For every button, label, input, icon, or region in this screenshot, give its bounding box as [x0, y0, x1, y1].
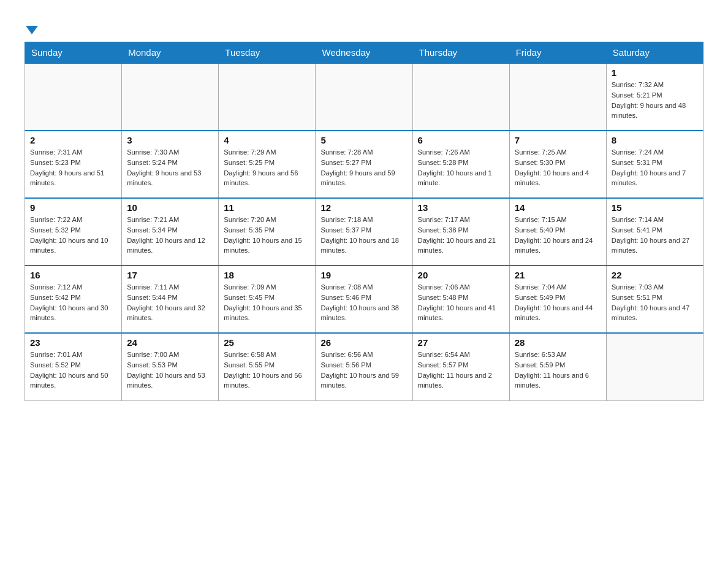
day-number: 27 [418, 337, 504, 348]
day-info: Sunrise: 7:31 AM Sunset: 5:23 PM Dayligh… [30, 147, 116, 188]
day-info: Sunrise: 7:06 AM Sunset: 5:48 PM Dayligh… [418, 282, 504, 323]
day-info: Sunrise: 6:56 AM Sunset: 5:56 PM Dayligh… [320, 350, 407, 391]
logo-top [25, 18, 38, 36]
calendar-cell: 23Sunrise: 7:01 AM Sunset: 5:52 PM Dayli… [25, 333, 122, 400]
day-number: 3 [127, 135, 213, 145]
calendar-cell: 25Sunrise: 6:58 AM Sunset: 5:55 PM Dayli… [219, 333, 316, 400]
calendar-cell: 28Sunrise: 6:53 AM Sunset: 5:59 PM Dayli… [509, 333, 606, 400]
day-number: 12 [320, 202, 407, 213]
day-number: 23 [30, 337, 116, 348]
day-info: Sunrise: 7:25 AM Sunset: 5:30 PM Dayligh… [515, 147, 601, 188]
weekday-header-monday: Monday [122, 42, 219, 64]
calendar-cell: 15Sunrise: 7:14 AM Sunset: 5:41 PM Dayli… [606, 198, 703, 266]
calendar-cell: 27Sunrise: 6:54 AM Sunset: 5:57 PM Dayli… [412, 333, 509, 400]
calendar-cell: 9Sunrise: 7:22 AM Sunset: 5:32 PM Daylig… [25, 198, 122, 266]
day-info: Sunrise: 7:17 AM Sunset: 5:38 PM Dayligh… [418, 215, 504, 256]
weekday-header-saturday: Saturday [606, 42, 703, 64]
calendar-cell: 21Sunrise: 7:04 AM Sunset: 5:49 PM Dayli… [509, 266, 606, 333]
calendar-cell [606, 333, 703, 400]
weekday-header-sunday: Sunday [25, 42, 122, 64]
day-info: Sunrise: 6:58 AM Sunset: 5:55 PM Dayligh… [224, 350, 310, 391]
calendar-cell: 18Sunrise: 7:09 AM Sunset: 5:45 PM Dayli… [219, 266, 316, 333]
day-number: 24 [127, 337, 213, 348]
calendar-cell: 4Sunrise: 7:29 AM Sunset: 5:25 PM Daylig… [219, 131, 316, 198]
day-number: 21 [515, 270, 601, 280]
calendar-cell: 24Sunrise: 7:00 AM Sunset: 5:53 PM Dayli… [122, 333, 219, 400]
day-number: 5 [320, 135, 407, 145]
day-info: Sunrise: 7:09 AM Sunset: 5:45 PM Dayligh… [224, 282, 310, 323]
day-number: 9 [30, 202, 116, 213]
day-info: Sunrise: 7:15 AM Sunset: 5:40 PM Dayligh… [515, 215, 601, 256]
calendar-cell: 19Sunrise: 7:08 AM Sunset: 5:46 PM Dayli… [316, 266, 412, 333]
week-row-3: 9Sunrise: 7:22 AM Sunset: 5:32 PM Daylig… [25, 198, 703, 266]
calendar-cell [316, 63, 412, 131]
day-number: 8 [612, 135, 698, 145]
weekday-header-row: SundayMondayTuesdayWednesdayThursdayFrid… [25, 42, 703, 64]
day-number: 22 [612, 270, 698, 280]
day-info: Sunrise: 7:04 AM Sunset: 5:49 PM Dayligh… [515, 282, 601, 323]
weekday-header-tuesday: Tuesday [219, 42, 316, 64]
calendar-cell: 2Sunrise: 7:31 AM Sunset: 5:23 PM Daylig… [25, 131, 122, 198]
day-info: Sunrise: 7:03 AM Sunset: 5:51 PM Dayligh… [612, 282, 698, 323]
week-row-4: 16Sunrise: 7:12 AM Sunset: 5:42 PM Dayli… [25, 266, 703, 333]
day-info: Sunrise: 6:53 AM Sunset: 5:59 PM Dayligh… [515, 350, 601, 391]
day-number: 20 [418, 270, 504, 280]
day-number: 4 [224, 135, 310, 145]
day-info: Sunrise: 7:18 AM Sunset: 5:37 PM Dayligh… [320, 215, 407, 256]
weekday-header-friday: Friday [509, 42, 606, 64]
day-info: Sunrise: 7:21 AM Sunset: 5:34 PM Dayligh… [127, 215, 213, 256]
day-number: 7 [515, 135, 601, 145]
calendar-cell: 16Sunrise: 7:12 AM Sunset: 5:42 PM Dayli… [25, 266, 122, 333]
calendar-cell [219, 63, 316, 131]
calendar-cell [509, 63, 606, 131]
day-number: 28 [515, 337, 601, 348]
weekday-header-thursday: Thursday [412, 42, 509, 64]
calendar-cell: 5Sunrise: 7:28 AM Sunset: 5:27 PM Daylig… [316, 131, 412, 198]
day-number: 16 [30, 270, 116, 280]
calendar-cell: 20Sunrise: 7:06 AM Sunset: 5:48 PM Dayli… [412, 266, 509, 333]
calendar-cell: 11Sunrise: 7:20 AM Sunset: 5:35 PM Dayli… [219, 198, 316, 266]
day-number: 6 [418, 135, 504, 145]
calendar-cell: 1Sunrise: 7:32 AM Sunset: 5:21 PM Daylig… [606, 63, 703, 131]
calendar-cell: 14Sunrise: 7:15 AM Sunset: 5:40 PM Dayli… [509, 198, 606, 266]
calendar-cell: 26Sunrise: 6:56 AM Sunset: 5:56 PM Dayli… [316, 333, 412, 400]
calendar-cell: 22Sunrise: 7:03 AM Sunset: 5:51 PM Dayli… [606, 266, 703, 333]
page-header [25, 18, 703, 36]
day-number: 19 [320, 270, 407, 280]
day-info: Sunrise: 7:28 AM Sunset: 5:27 PM Dayligh… [320, 147, 407, 188]
day-info: Sunrise: 7:01 AM Sunset: 5:52 PM Dayligh… [30, 350, 116, 391]
calendar-cell: 12Sunrise: 7:18 AM Sunset: 5:37 PM Dayli… [316, 198, 412, 266]
day-number: 11 [224, 202, 310, 213]
day-info: Sunrise: 7:24 AM Sunset: 5:31 PM Dayligh… [612, 147, 698, 188]
week-row-5: 23Sunrise: 7:01 AM Sunset: 5:52 PM Dayli… [25, 333, 703, 400]
logo [25, 18, 38, 36]
weekday-header-wednesday: Wednesday [316, 42, 412, 64]
day-info: Sunrise: 7:14 AM Sunset: 5:41 PM Dayligh… [612, 215, 698, 256]
day-number: 17 [127, 270, 213, 280]
day-number: 15 [612, 202, 698, 213]
calendar-cell: 13Sunrise: 7:17 AM Sunset: 5:38 PM Dayli… [412, 198, 509, 266]
calendar-cell: 10Sunrise: 7:21 AM Sunset: 5:34 PM Dayli… [122, 198, 219, 266]
calendar-cell: 8Sunrise: 7:24 AM Sunset: 5:31 PM Daylig… [606, 131, 703, 198]
day-number: 25 [224, 337, 310, 348]
day-info: Sunrise: 7:08 AM Sunset: 5:46 PM Dayligh… [320, 282, 407, 323]
day-info: Sunrise: 7:00 AM Sunset: 5:53 PM Dayligh… [127, 350, 213, 391]
calendar-cell [412, 63, 509, 131]
calendar-cell [122, 63, 219, 131]
day-number: 10 [127, 202, 213, 213]
day-number: 26 [320, 337, 407, 348]
week-row-1: 1Sunrise: 7:32 AM Sunset: 5:21 PM Daylig… [25, 63, 703, 131]
day-number: 18 [224, 270, 310, 280]
calendar-cell [25, 63, 122, 131]
day-info: Sunrise: 7:29 AM Sunset: 5:25 PM Dayligh… [224, 147, 310, 188]
day-info: Sunrise: 7:20 AM Sunset: 5:35 PM Dayligh… [224, 215, 310, 256]
calendar-cell: 3Sunrise: 7:30 AM Sunset: 5:24 PM Daylig… [122, 131, 219, 198]
day-number: 1 [612, 67, 698, 78]
calendar-table: SundayMondayTuesdayWednesdayThursdayFrid… [25, 42, 703, 401]
day-info: Sunrise: 7:32 AM Sunset: 5:21 PM Dayligh… [612, 80, 698, 121]
day-info: Sunrise: 6:54 AM Sunset: 5:57 PM Dayligh… [418, 350, 504, 391]
logo-triangle-icon [26, 26, 38, 34]
calendar-cell: 7Sunrise: 7:25 AM Sunset: 5:30 PM Daylig… [509, 131, 606, 198]
week-row-2: 2Sunrise: 7:31 AM Sunset: 5:23 PM Daylig… [25, 131, 703, 198]
day-info: Sunrise: 7:11 AM Sunset: 5:44 PM Dayligh… [127, 282, 213, 323]
